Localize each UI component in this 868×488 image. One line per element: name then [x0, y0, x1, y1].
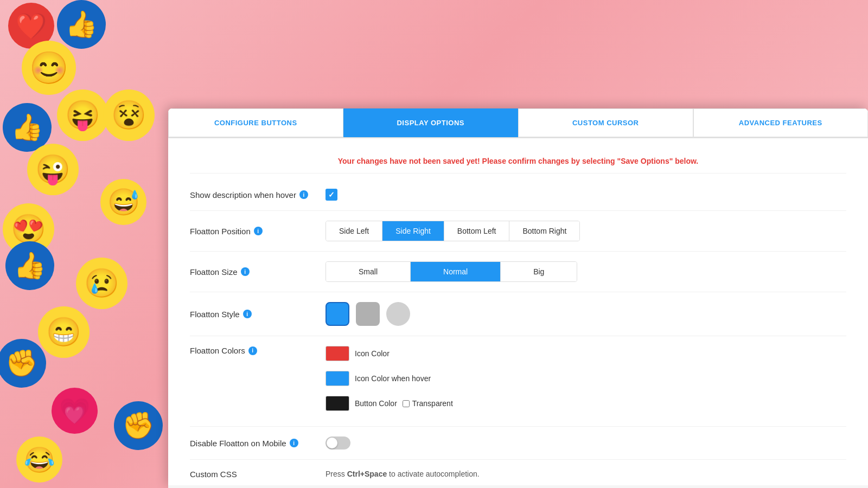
- emoji-grin: 😁: [38, 306, 90, 358]
- icon-color-row: Icon Color: [326, 346, 390, 361]
- style-option-gray[interactable]: [356, 302, 380, 326]
- emoji-smiley: 😊: [22, 41, 76, 95]
- emoji-pink-heart: 💗: [52, 388, 98, 434]
- setting-row-colors: Floatton Colors i Icon Color Icon Color …: [190, 336, 846, 427]
- position-bottom-right[interactable]: Bottom Right: [509, 221, 579, 241]
- emoji-smirk: 😅: [100, 179, 146, 225]
- info-icon-position[interactable]: i: [254, 227, 263, 235]
- emoji-tongue: 😝: [57, 89, 108, 141]
- position-btn-group: Side Left Side Right Bottom Left Bottom …: [326, 221, 580, 241]
- label-style: Floatton Style i: [190, 310, 315, 319]
- position-bottom-left[interactable]: Bottom Left: [444, 221, 510, 241]
- label-colors: Floatton Colors i: [190, 346, 315, 355]
- setting-row-size: Floatton Size i Small Normal Big: [190, 252, 846, 292]
- toggle-disable-mobile[interactable]: [326, 436, 350, 450]
- emoji-scatter: ❤️ 👍 😊 😝 😵 👍 😜 😅 😍 👍 😢 😁 ✊ 💗 ✊ 😂: [0, 0, 168, 488]
- transparent-checkbox-wrapper: Transparent: [403, 399, 453, 408]
- icon-hover-color-label: Icon Color when hover: [355, 374, 431, 383]
- emoji-laugh: 😂: [16, 436, 62, 483]
- setting-row-custom-css: Custom CSS Press Ctrl+Space to activate …: [190, 460, 846, 485]
- style-option-circle[interactable]: [386, 302, 410, 326]
- label-show-description: Show description when hover i: [190, 190, 315, 200]
- emoji-thumbsup5: ✊: [114, 401, 163, 450]
- transparent-label: Transparent: [412, 399, 453, 408]
- info-icon-disable-mobile[interactable]: i: [290, 439, 298, 447]
- size-big[interactable]: Big: [501, 262, 577, 281]
- setting-row-show-description: Show description when hover i: [190, 179, 846, 211]
- warning-bar: Your changes have not been saved yet! Pl…: [190, 149, 846, 174]
- label-position: Floatton Position i: [190, 227, 315, 236]
- emoji-wink: 😜: [27, 144, 79, 195]
- control-disable-mobile: [326, 436, 846, 450]
- control-custom-css: Press Ctrl+Space to activate autocomplet…: [326, 470, 846, 485]
- size-normal[interactable]: Normal: [411, 262, 501, 281]
- position-side-right[interactable]: Side Right: [382, 221, 444, 241]
- main-panel: CONFIGURE BUTTONS DISPLAY OPTIONS CUSTOM…: [168, 108, 868, 488]
- icon-color-swatch[interactable]: [326, 346, 349, 361]
- control-show-description: [326, 189, 846, 201]
- size-btn-group: Small Normal Big: [326, 261, 577, 282]
- position-side-left[interactable]: Side Left: [326, 221, 382, 241]
- setting-row-disable-mobile: Disable Floatton on Mobile i: [190, 427, 846, 460]
- content-area: Your changes have not been saved yet! Pl…: [168, 138, 868, 485]
- emoji-thumbsup1: 👍: [57, 0, 106, 49]
- tab-configure-buttons[interactable]: CONFIGURE BUTTONS: [168, 108, 343, 137]
- control-style: [326, 302, 846, 326]
- transparent-checkbox-input[interactable]: [403, 400, 410, 407]
- tab-custom-cursor[interactable]: CUSTOM CURSOR: [518, 108, 693, 137]
- size-small[interactable]: Small: [326, 262, 411, 281]
- info-icon-colors[interactable]: i: [248, 346, 257, 355]
- setting-row-position: Floatton Position i Side Left Side Right…: [190, 211, 846, 252]
- css-shortcut: Ctrl+Space: [347, 470, 387, 478]
- control-colors: Icon Color Icon Color when hover Button …: [326, 346, 846, 416]
- button-color-label: Button Color: [355, 399, 397, 408]
- control-size: Small Normal Big: [326, 261, 846, 282]
- icon-hover-color-swatch[interactable]: [326, 371, 349, 386]
- style-option-solid[interactable]: [326, 302, 349, 326]
- emoji-cry: 😢: [76, 258, 127, 309]
- css-hint: Press Ctrl+Space to activate autocomplet…: [326, 470, 480, 478]
- emoji-fist: ✊: [0, 339, 46, 388]
- button-color-swatch[interactable]: [326, 396, 349, 411]
- icon-hover-color-row: Icon Color when hover: [326, 371, 431, 386]
- icon-color-label: Icon Color: [355, 349, 390, 358]
- info-icon-style[interactable]: i: [243, 310, 252, 318]
- emoji-dead: 😵: [103, 89, 155, 141]
- info-icon-size[interactable]: i: [241, 267, 250, 276]
- tabs-container: CONFIGURE BUTTONS DISPLAY OPTIONS CUSTOM…: [168, 108, 868, 138]
- button-color-row: Button Color Transparent: [326, 396, 453, 411]
- tab-advanced-features[interactable]: ADVANCED FEATURES: [693, 108, 869, 137]
- label-custom-css: Custom CSS: [190, 470, 315, 479]
- setting-row-style: Floatton Style i: [190, 292, 846, 336]
- label-disable-mobile: Disable Floatton on Mobile i: [190, 439, 315, 448]
- tab-display-options[interactable]: DISPLAY OPTIONS: [343, 108, 519, 137]
- checkbox-show-description[interactable]: [326, 189, 337, 201]
- emoji-thumbsup3: 👍: [5, 241, 54, 290]
- info-icon-show-description[interactable]: i: [299, 190, 308, 199]
- label-size: Floatton Size i: [190, 267, 315, 277]
- control-position: Side Left Side Right Bottom Left Bottom …: [326, 221, 846, 241]
